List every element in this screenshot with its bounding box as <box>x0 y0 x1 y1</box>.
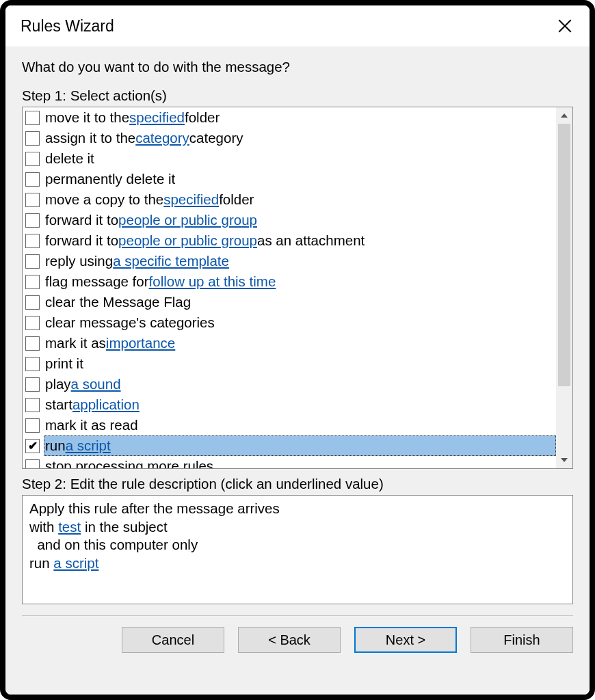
action-checkbox[interactable] <box>25 439 40 453</box>
action-label[interactable]: play a sound <box>44 374 556 394</box>
action-link[interactable]: specified <box>163 191 219 208</box>
step1-label: Step 1: Select action(s) <box>22 88 573 104</box>
action-checkbox[interactable] <box>25 357 40 371</box>
action-checkbox[interactable] <box>25 336 40 351</box>
description-line: with test in the subject <box>29 518 566 537</box>
close-icon <box>558 19 572 33</box>
action-label[interactable]: stop processing more rules <box>44 456 556 468</box>
action-label[interactable]: mark it as read <box>44 415 556 435</box>
dialog-title: Rules Wizard <box>21 17 114 36</box>
action-row[interactable]: mark it as read <box>23 415 556 435</box>
action-checkbox[interactable] <box>25 213 40 228</box>
action-link[interactable]: follow up at this time <box>149 273 276 290</box>
action-checkbox[interactable] <box>25 131 40 146</box>
action-link[interactable]: a specific template <box>113 253 229 269</box>
action-label[interactable]: mark it as importance <box>44 333 556 353</box>
action-checkbox[interactable] <box>25 152 40 166</box>
action-label[interactable]: reply using a specific template <box>44 251 556 271</box>
finish-button[interactable]: Finish <box>471 627 573 653</box>
scrollbar[interactable] <box>556 107 572 468</box>
action-row[interactable]: print it <box>23 353 556 374</box>
description-line: run a script <box>29 554 566 573</box>
action-link[interactable]: category <box>135 130 189 146</box>
action-row[interactable]: permanently delete it <box>23 169 556 189</box>
close-button[interactable] <box>551 12 579 40</box>
action-checkbox[interactable] <box>25 418 40 433</box>
action-checkbox[interactable] <box>25 275 40 289</box>
next-button[interactable]: Next > <box>354 627 457 653</box>
action-checkbox[interactable] <box>25 193 40 207</box>
action-checkbox[interactable] <box>25 316 40 330</box>
action-row[interactable]: flag message for follow up at this time <box>23 271 556 292</box>
dialog-window: Rules Wizard What do you want to do with… <box>0 0 595 700</box>
action-label[interactable]: print it <box>44 353 556 374</box>
actions-listbox: move it to the specified folderassign it… <box>22 107 573 469</box>
action-label[interactable]: forward it to people or public group <box>44 210 556 230</box>
action-link[interactable]: specified <box>129 109 185 126</box>
action-link[interactable]: a script <box>66 438 111 454</box>
action-label[interactable]: flag message for follow up at this time <box>44 271 556 292</box>
action-label[interactable]: move it to the specified folder <box>44 107 556 128</box>
button-row: Cancel < Back Next > Finish <box>22 627 573 665</box>
back-button[interactable]: < Back <box>238 627 341 653</box>
action-row[interactable]: run a script <box>23 435 556 456</box>
chevron-down-icon <box>561 458 568 462</box>
action-row[interactable]: move a copy to the specified folder <box>23 189 556 210</box>
action-row[interactable]: forward it to people or public group as … <box>23 230 556 251</box>
divider <box>22 615 573 616</box>
action-row[interactable]: stop processing more rules <box>23 456 556 468</box>
action-link[interactable]: importance <box>106 335 175 351</box>
description-line: Apply this rule after the message arrive… <box>29 500 566 518</box>
action-label[interactable]: permanently delete it <box>44 169 556 189</box>
description-link[interactable]: test <box>58 519 81 535</box>
prompt-text: What do you want to do with the message? <box>22 59 573 75</box>
actions-list[interactable]: move it to the specified folderassign it… <box>23 107 556 468</box>
action-row[interactable]: clear the Message Flag <box>23 292 556 312</box>
description-line: and on this computer only <box>29 536 566 554</box>
action-link[interactable]: people or public group <box>118 212 257 228</box>
action-row[interactable]: mark it as importance <box>23 333 556 353</box>
scroll-thumb[interactable] <box>558 124 570 386</box>
scroll-track[interactable] <box>556 124 572 452</box>
dialog-body: What do you want to do with the message?… <box>5 46 590 695</box>
action-label[interactable]: run a script <box>44 435 556 456</box>
chevron-up-icon <box>561 113 568 118</box>
action-checkbox[interactable] <box>25 111 40 125</box>
action-checkbox[interactable] <box>25 172 40 187</box>
action-row[interactable]: forward it to people or public group <box>23 210 556 230</box>
titlebar: Rules Wizard <box>5 5 590 46</box>
action-label[interactable]: move a copy to the specified folder <box>44 189 556 210</box>
action-checkbox[interactable] <box>25 398 40 412</box>
action-label[interactable]: forward it to people or public group as … <box>44 230 556 251</box>
rule-description-box[interactable]: Apply this rule after the message arrive… <box>22 495 573 604</box>
action-checkbox[interactable] <box>25 377 40 392</box>
action-link[interactable]: application <box>72 396 140 413</box>
action-row[interactable]: move it to the specified folder <box>23 107 556 128</box>
action-row[interactable]: clear message's categories <box>23 312 556 333</box>
action-checkbox[interactable] <box>25 254 40 269</box>
action-link[interactable]: people or public group <box>118 232 257 249</box>
step2-label: Step 2: Edit the rule description (click… <box>22 476 573 492</box>
action-row[interactable]: play a sound <box>23 374 556 394</box>
action-label[interactable]: delete it <box>44 148 556 169</box>
action-row[interactable]: assign it to the category category <box>23 128 556 148</box>
cancel-button[interactable]: Cancel <box>122 627 224 653</box>
action-label[interactable]: start application <box>44 394 556 415</box>
action-checkbox[interactable] <box>25 295 40 310</box>
action-checkbox[interactable] <box>25 234 40 248</box>
action-row[interactable]: reply using a specific template <box>23 251 556 271</box>
scroll-down-button[interactable] <box>556 452 572 468</box>
action-checkbox[interactable] <box>25 459 40 469</box>
action-row[interactable]: start application <box>23 394 556 415</box>
action-label[interactable]: assign it to the category category <box>44 128 556 148</box>
action-label[interactable]: clear message's categories <box>44 312 556 333</box>
action-label[interactable]: clear the Message Flag <box>44 292 556 312</box>
description-link[interactable]: a script <box>53 555 98 571</box>
action-link[interactable]: a sound <box>71 376 121 392</box>
scroll-up-button[interactable] <box>556 107 572 124</box>
action-row[interactable]: delete it <box>23 148 556 169</box>
